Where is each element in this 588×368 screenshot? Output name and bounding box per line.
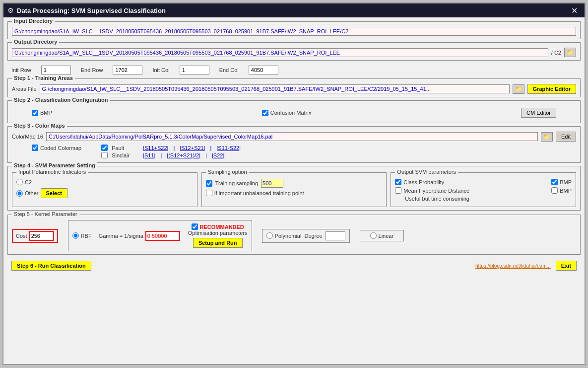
step1-label: Step 1 - Training Areas (12, 75, 75, 81)
init-row-label: Init Row (11, 67, 31, 73)
bmp-label: BMP (40, 110, 52, 116)
polynomial-section: Polynomial Degree (262, 229, 350, 243)
areas-file-field[interactable] (40, 84, 510, 93)
bmp1-checkbox[interactable] (551, 179, 558, 185)
sinclair-row: Sinclair |S11| | |(S12+S21)/2| | |S22| (101, 152, 576, 158)
pauli-label: Pauli (112, 145, 139, 151)
bmp-checkbox[interactable] (32, 110, 38, 116)
output-folder-button[interactable]: 📁 (564, 48, 576, 57)
grid-row: Init Row End Row Init Col End Col (7, 65, 581, 75)
sinclair-s11-link[interactable]: |S11| (143, 152, 155, 158)
gamma-input[interactable] (145, 231, 180, 241)
step5-label: Step 5 - Kernel Parameter (12, 211, 79, 217)
class-prob-label: Class Probability (403, 179, 444, 185)
step5-inner: Cost RBF Gamma = 1/sigma (12, 217, 576, 251)
degree-input[interactable] (326, 231, 345, 240)
linear-section: Linear (360, 230, 404, 241)
input-directory-section: Input Directory (7, 21, 581, 39)
c2-other-group: C2 Other Select (16, 175, 193, 200)
areas-file-label: Areas File (12, 86, 37, 92)
c2-radio-row: C2 (16, 179, 193, 185)
optimisation-label: Optimisation parameters (188, 230, 248, 236)
select-button[interactable]: Select (41, 188, 67, 198)
init-row-input[interactable] (41, 66, 71, 74)
end-row-label: End Row (81, 67, 103, 73)
output-dir-field[interactable] (12, 48, 548, 57)
recommanded-block: RECOMMANDED Optimisation parameters Setu… (188, 223, 248, 248)
step6-run-button[interactable]: Step 6 - Run Classification (11, 261, 91, 271)
mean-hyperplane-row: Mean Hyperplane Distance BMP (395, 187, 572, 194)
input-pol-label: Input Polarimetric Indicators (16, 169, 88, 175)
c2-label: C2 (25, 179, 32, 185)
degree-label: Degree (304, 233, 322, 239)
coded-colormap-row: Coded Colormap (12, 145, 81, 151)
bottom-bar: Step 6 - Run Classification https://blog… (7, 259, 581, 273)
output-dir-label: Output Directory (12, 39, 59, 45)
step2-section: Step 2 - Classification Configuration BM… (7, 100, 581, 123)
linear-radio-group: Linear (370, 232, 394, 239)
sinclair-s12s21-2-link[interactable]: |(S12+S21)/2| (167, 152, 200, 158)
other-radio[interactable] (16, 190, 23, 197)
pauli-s12s21-link[interactable]: |S12+S21| (180, 145, 205, 151)
sinclair-s22-link[interactable]: |S22| (212, 152, 224, 158)
step4-section: Step 4 - SVM Parameter Setting Input Pol… (7, 166, 581, 211)
graphic-editor-button[interactable]: Graphic Editor (527, 84, 576, 94)
cm-editor-button[interactable]: CM Editor (521, 108, 556, 118)
pauli-sinclair-block: Pauli |S11+S22| | |S12+S21| | |S11-S22| … (101, 145, 576, 159)
areas-file-folder-button[interactable]: 📁 (513, 84, 524, 94)
c2-radio[interactable] (16, 179, 23, 185)
init-col-input[interactable] (180, 66, 209, 74)
sinclair-checkbox[interactable] (101, 152, 108, 158)
title-bar: ⚙ Data Processing: SVM Supervised Classi… (3, 3, 585, 17)
window-title: Data Processing: SVM Supervised Classifi… (17, 7, 166, 14)
colormap-field[interactable] (46, 132, 538, 141)
mean-hyperplane-checkbox[interactable] (395, 187, 401, 194)
recommanded-check: RECOMMANDED (192, 223, 244, 230)
step3-section: Step 3 - Color Maps ColorMap 16 📁 Edit C… (7, 126, 581, 163)
gamma-label: Gamma = 1/sigma (99, 233, 143, 239)
pauli-checkbox[interactable] (101, 145, 108, 151)
confusion-matrix-checkbox[interactable] (262, 110, 268, 116)
content-area: Input Directory Output Directory / C2 📁 … (3, 17, 585, 364)
input-dir-label: Input Directory (12, 18, 55, 24)
setup-run-button[interactable]: Setup and Run (193, 238, 243, 248)
training-sampling-checkbox[interactable] (206, 180, 212, 187)
linear-radio[interactable] (370, 232, 377, 239)
training-sampling-input[interactable] (261, 179, 283, 188)
end-row-input[interactable] (113, 66, 142, 74)
init-col-label: Init Col (152, 67, 169, 73)
cost-input[interactable] (29, 231, 54, 241)
coded-colormap-checkbox[interactable] (32, 145, 38, 151)
polynomial-radio[interactable] (266, 232, 273, 239)
title-bar-left: ⚙ Data Processing: SVM Supervised Classi… (7, 6, 166, 14)
output-svm-label: Output SVM parameters (395, 169, 458, 175)
other-label: Other (25, 190, 39, 196)
bmp1-check: BMP (551, 179, 572, 185)
bottom-right: https://blog.csdn.net/lidahui/dam... Exi… (475, 261, 577, 271)
edit-button[interactable]: Edit (556, 132, 576, 142)
close-button[interactable]: ✕ (568, 5, 581, 16)
exit-button[interactable]: Exit (556, 261, 577, 271)
cost-label: Cost (16, 233, 27, 239)
polynomial-radio-group: Polynomial (266, 232, 302, 239)
confusion-matrix-row: Confusion Matrix (262, 110, 312, 116)
rbf-label: RBF (81, 233, 92, 239)
unbalanced-row: If important unbalanced training point (206, 190, 383, 196)
input-dir-field[interactable] (12, 27, 576, 36)
end-col-input[interactable] (249, 66, 278, 74)
class-prob-checkbox[interactable] (395, 179, 401, 185)
class-prob-row: Class Probability BMP (395, 179, 572, 185)
gamma-row: Gamma = 1/sigma (99, 231, 180, 241)
pauli-s11s22-link[interactable]: |S11+S22| (143, 145, 168, 151)
pauli-s11-s22-link[interactable]: |S11-S22| (216, 145, 241, 151)
bmp2-check: BMP (551, 187, 572, 194)
app-icon: ⚙ (7, 6, 14, 14)
rbf-radio[interactable] (72, 232, 79, 239)
training-sampling-row: Training sampling (206, 179, 383, 188)
recommanded-label: RECOMMANDED (200, 224, 244, 230)
unbalanced-checkbox[interactable] (206, 190, 212, 196)
recommanded-checkbox[interactable] (192, 223, 198, 230)
bmp2-label: BMP (560, 188, 572, 194)
colormap-folder-button[interactable]: 📁 (541, 132, 553, 142)
bmp2-checkbox[interactable] (551, 187, 558, 194)
